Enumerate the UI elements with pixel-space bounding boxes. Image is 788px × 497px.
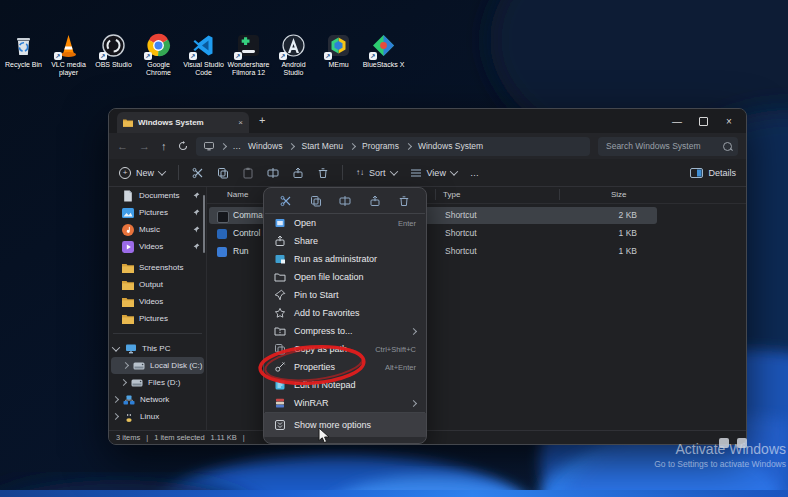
desktop-icon-vlc[interactable]: ↗ VLC media player: [47, 32, 90, 77]
drive-icon: [133, 360, 145, 372]
see-more-button[interactable]: …: [470, 168, 479, 178]
forward-icon[interactable]: →: [139, 140, 150, 152]
chevron-right-icon: [405, 142, 412, 149]
desktop-icon-memu[interactable]: ↗ MEmu: [317, 32, 360, 77]
paste-button[interactable]: [242, 167, 254, 179]
crumb-start-menu[interactable]: Start Menu: [301, 141, 343, 151]
context-menu: Open Enter Share Run as administrator Op…: [263, 187, 427, 444]
chevron-collapsed-icon[interactable]: [120, 379, 127, 386]
menu-item-compress-to[interactable]: Compress to...: [264, 322, 426, 340]
minimize-button[interactable]: —: [664, 109, 690, 133]
cut-icon[interactable]: [280, 195, 292, 207]
sidebar-item-local-disk-c[interactable]: Local Disk (C:): [111, 357, 204, 374]
share-icon: [292, 167, 304, 179]
status-bar: 3 items | 1 item selected 1.11 KB |: [109, 430, 746, 444]
crumb-programs[interactable]: Programs: [362, 141, 399, 151]
menu-item-label: Run as administrator: [294, 254, 416, 264]
tab-windows-system[interactable]: Windows System ×: [117, 112, 249, 133]
sidebar-item-videos[interactable]: Videos: [109, 238, 206, 255]
search-box[interactable]: [598, 137, 738, 156]
crumb-windows-system[interactable]: Windows System: [418, 141, 483, 151]
crumb-windows[interactable]: Windows: [248, 141, 282, 151]
sidebar-item-files-d[interactable]: Files (D:): [109, 374, 206, 391]
tab-close-icon[interactable]: ×: [238, 118, 243, 127]
up-icon[interactable]: ↑: [161, 140, 167, 152]
file-type: Shortcut: [445, 228, 477, 238]
desktop-icon-row: Recycle Bin ↗ VLC media player ↗ OBS Stu…: [2, 32, 405, 77]
sidebar-item-network[interactable]: Network: [109, 391, 206, 408]
sidebar-item-pictures-folder[interactable]: Pictures: [109, 310, 206, 327]
cut-button[interactable]: [192, 167, 204, 179]
folder-icon: [122, 279, 134, 291]
new-button[interactable]: + New: [119, 167, 165, 179]
sidebar-item-output[interactable]: Output: [109, 276, 206, 293]
share-icon[interactable]: [369, 195, 381, 207]
menu-item-edit-in-notepad[interactable]: Edit in Notepad: [264, 376, 426, 394]
sort-button[interactable]: ↑↓ Sort: [356, 168, 397, 178]
delete-button[interactable]: [317, 167, 329, 179]
desktop-icon-label: MEmu: [328, 61, 348, 69]
sidebar-divider: [113, 333, 202, 334]
column-header-type[interactable]: Type: [443, 190, 460, 199]
chevron-collapsed-icon[interactable]: [112, 396, 119, 403]
menu-item-share[interactable]: Share: [264, 232, 426, 250]
sidebar-item-label: Network: [140, 395, 169, 404]
view-button[interactable]: View: [410, 167, 457, 179]
new-tab-button[interactable]: +: [259, 114, 265, 126]
search-input[interactable]: [604, 140, 719, 152]
menu-item-pin-to-start[interactable]: Pin to Start: [264, 286, 426, 304]
rename-button[interactable]: [267, 167, 279, 179]
desktop-icon-android-studio[interactable]: ↗ Android Studio: [272, 32, 315, 77]
chevron-collapsed-icon[interactable]: [112, 413, 119, 420]
desktop-icon-bluestacks[interactable]: ↗ BlueStacks X: [362, 32, 405, 77]
file-size: 1 KB: [569, 246, 637, 256]
menu-item-run-as-administrator[interactable]: Run as administrator: [264, 250, 426, 268]
details-button[interactable]: Details: [690, 168, 736, 178]
sidebar-item-screenshots[interactable]: Screenshots: [109, 259, 206, 276]
column-header-name[interactable]: Name: [227, 190, 248, 199]
sidebar-item-music[interactable]: Music: [109, 221, 206, 238]
desktop-icon-obs[interactable]: ↗ OBS Studio: [92, 32, 135, 77]
menu-item-properties[interactable]: Properties Alt+Enter: [264, 358, 426, 376]
chevron-collapsed-icon[interactable]: [122, 362, 129, 369]
sidebar-item-pictures[interactable]: Pictures: [109, 204, 206, 221]
close-button[interactable]: ×: [716, 109, 742, 133]
copy-button[interactable]: [217, 167, 229, 179]
trash-icon[interactable]: [398, 195, 410, 207]
sidebar-item-videos-folder[interactable]: Videos: [109, 293, 206, 310]
shortcut-badge: ↗: [279, 52, 287, 60]
menu-item-add-to-favorites[interactable]: Add to Favorites: [264, 304, 426, 322]
menu-item-open-file-location[interactable]: Open file location: [264, 268, 426, 286]
column-divider[interactable]: [435, 189, 436, 200]
sidebar-item-this-pc[interactable]: This PC: [109, 340, 206, 357]
back-icon[interactable]: ←: [117, 140, 128, 152]
run-icon: [217, 247, 227, 257]
menu-item-label: Share: [294, 236, 416, 246]
breadcrumb[interactable]: … Windows Start Menu Programs Windows Sy…: [196, 137, 591, 156]
chevron-expanded-icon[interactable]: [112, 343, 120, 351]
copy-icon[interactable]: [310, 195, 322, 207]
breadcrumb-overflow[interactable]: …: [233, 141, 242, 151]
context-menu-quick-actions: [264, 188, 426, 213]
sidebar-item-label: Music: [139, 225, 160, 234]
menu-item-show-more-options[interactable]: Show more options: [264, 413, 426, 437]
menu-item-winrar[interactable]: WinRAR: [264, 394, 426, 412]
chevron-down-icon: [158, 167, 166, 175]
sidebar-item-documents[interactable]: Documents: [109, 187, 206, 204]
desktop-icon-chrome[interactable]: ↗ Google Chrome: [137, 32, 180, 77]
maximize-button[interactable]: [690, 109, 716, 133]
menu-item-open[interactable]: Open Enter: [264, 214, 426, 232]
sidebar-scrollbar[interactable]: [203, 195, 205, 253]
desktop-icon-recycle-bin[interactable]: Recycle Bin: [2, 32, 45, 77]
sidebar-item-linux[interactable]: Linux: [109, 408, 206, 425]
view-label: View: [427, 168, 446, 178]
rename-icon[interactable]: [339, 195, 351, 207]
share-button[interactable]: [292, 167, 304, 179]
column-divider[interactable]: [559, 189, 560, 200]
desktop-icon-filmora[interactable]: ↗ Wondershare Filmora 12: [227, 32, 270, 77]
column-header-size[interactable]: Size: [611, 190, 627, 199]
menu-item-copy-as-path[interactable]: Copy as path Ctrl+Shift+C: [264, 340, 426, 358]
refresh-icon[interactable]: [178, 141, 188, 151]
desktop-icon-vscode[interactable]: ↗ Visual Studio Code: [182, 32, 225, 77]
new-icon: +: [119, 167, 131, 179]
